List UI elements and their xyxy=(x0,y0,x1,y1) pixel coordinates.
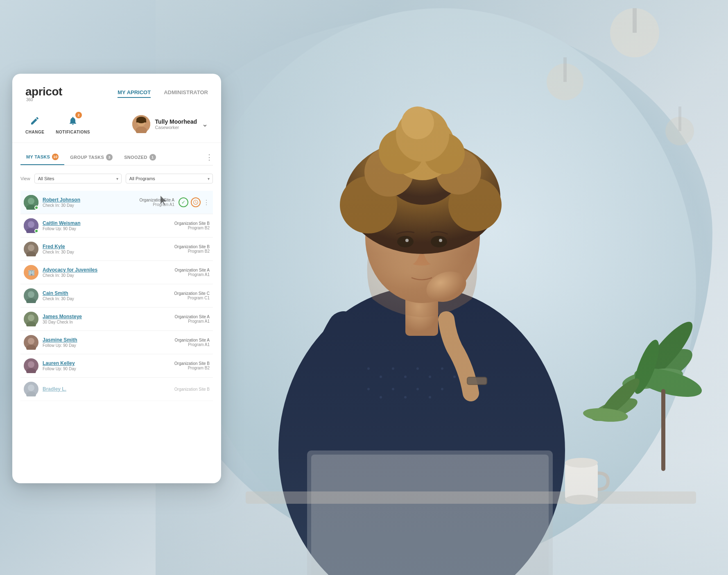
user-name: Tully Moorhead xyxy=(155,118,197,125)
task-client-name[interactable]: Caitlin Weisman xyxy=(43,220,170,226)
svg-point-78 xyxy=(28,315,34,321)
sites-filter[interactable]: All Sites xyxy=(34,174,122,183)
tablet-card: apricot 360 MY APRICOT ADMINISTRATOR CHA… xyxy=(12,74,221,483)
nav-tab-my-apricot[interactable]: MY APRICOT xyxy=(118,89,151,98)
task-client-name[interactable]: Lauren Kelley xyxy=(43,360,170,366)
notification-badge: 2 xyxy=(75,112,82,118)
task-type: Follow Up: 90 Day xyxy=(43,343,170,348)
notifications-action[interactable]: 2 NOTIFICATIONS xyxy=(56,113,90,134)
org-name: Organization Site A xyxy=(174,268,210,272)
avatar xyxy=(24,312,38,326)
app-logo: apricot xyxy=(25,85,62,98)
org-name: Organization Site B xyxy=(174,387,210,392)
row-menu-dots[interactable]: ⋮ xyxy=(203,199,210,206)
filter-row: View All Sites All Programs xyxy=(20,170,213,187)
logo-area: apricot 360 xyxy=(25,85,62,102)
programs-select[interactable]: All Programs xyxy=(126,174,213,183)
task-type: 30 Day Check In xyxy=(43,320,170,324)
table-row: Caitlin Weisman Follow Up: 90 Day Organi… xyxy=(20,214,213,238)
table-row: Lauren Kelley Follow Up: 90 Day Organiza… xyxy=(20,354,213,378)
task-type: Check In: 30 Day xyxy=(43,203,135,208)
program-name: Program C1 xyxy=(174,296,210,300)
program-name: Program A1 xyxy=(174,272,210,277)
task-org: Organization Site A Program A1 xyxy=(174,268,210,277)
user-menu-chevron[interactable]: ⌄ xyxy=(202,120,208,129)
task-info: Fred Kyle Check In: 30 Day xyxy=(43,244,170,254)
task-org: Organization Site B Program B2 xyxy=(174,244,210,254)
task-type: Check In: 30 Day xyxy=(43,297,170,301)
program-name: Program A1 xyxy=(139,202,174,207)
user-info: Tully Moorhead Caseworker xyxy=(155,118,197,130)
table-row: James Monsteye 30 Day Check In Organizat… xyxy=(20,308,213,331)
program-name: Program A1 xyxy=(174,319,210,324)
task-type: Follow Up: 90 Day xyxy=(43,367,170,371)
program-name: Program A1 xyxy=(174,342,210,347)
avatar xyxy=(24,242,38,256)
notifications-label: NOTIFICATIONS xyxy=(56,130,90,134)
avatar: 🏢 xyxy=(24,265,38,280)
snoozed-badge: 1 xyxy=(149,154,156,161)
avatar xyxy=(24,288,38,303)
svg-point-70 xyxy=(28,244,34,251)
program-name: Program B2 xyxy=(174,366,210,370)
avatar xyxy=(24,358,38,373)
org-name: Organization Site C xyxy=(174,291,210,296)
snooze-button[interactable] xyxy=(191,197,201,207)
program-name: Program B2 xyxy=(174,226,210,230)
task-info: Lauren Kelley Follow Up: 90 Day xyxy=(43,360,170,371)
task-org: Organization Site B xyxy=(174,387,210,392)
avatar xyxy=(24,382,38,396)
card-header: apricot 360 MY APRICOT ADMINISTRATOR CHA… xyxy=(12,74,221,143)
task-info: Jasmine Smith Follow Up: 90 Day xyxy=(43,337,170,348)
tab-my-tasks[interactable]: MY TASKS 10 xyxy=(20,149,64,165)
cursor-indicator xyxy=(161,196,168,206)
org-name: Organization Site A xyxy=(139,198,174,202)
task-client-name[interactable]: James Monsteye xyxy=(43,314,170,319)
task-org: Organization Site A Program A1 xyxy=(174,315,210,324)
avatar xyxy=(132,115,150,133)
group-tasks-badge: 3 xyxy=(106,154,113,161)
task-client-name[interactable]: Fred Kyle xyxy=(43,244,170,249)
task-client-name[interactable]: Robert Johnson xyxy=(43,197,135,203)
sites-select[interactable]: All Sites xyxy=(34,174,122,183)
task-info: Robert Johnson Check In: 30 Day xyxy=(43,197,135,208)
svg-point-75 xyxy=(28,291,34,298)
tab-group-tasks[interactable]: GROUP TASKS 3 xyxy=(64,150,118,165)
logo-version: 360 xyxy=(25,97,62,102)
nav-tab-administrator[interactable]: ADMINISTRATOR xyxy=(164,89,208,98)
task-org: Organization Site A Program A1 xyxy=(174,338,210,347)
task-client-name[interactable]: Advocacy for Juveniles xyxy=(43,267,170,273)
program-name: Program B2 xyxy=(174,249,210,254)
task-org: Organization Site C Program C1 xyxy=(174,291,210,300)
pencil-icon xyxy=(30,116,40,126)
avatar xyxy=(24,335,38,350)
svg-point-84 xyxy=(28,361,34,368)
programs-filter[interactable]: All Programs xyxy=(126,174,213,183)
user-profile[interactable]: Tully Moorhead Caseworker ⌄ xyxy=(132,115,208,133)
org-name: Organization Site A xyxy=(174,338,210,342)
task-info: Cain Smith Check In: 30 Day xyxy=(43,290,170,301)
task-actions: ✓ ⋮ xyxy=(179,197,210,207)
task-client-name[interactable]: Jasmine Smith xyxy=(43,337,170,343)
logo-nav: apricot 360 MY APRICOT ADMINISTRATOR xyxy=(25,85,208,102)
table-row: 🏢 Advocacy for Juveniles Check In: 30 Da… xyxy=(20,261,213,284)
table-row: Cain Smith Check In: 30 Day Organization… xyxy=(20,284,213,308)
org-name: Organization Site B xyxy=(174,221,210,226)
task-list: Robert Johnson Check In: 30 Day Organiza… xyxy=(20,191,213,401)
tab-snoozed[interactable]: SNOOZED 1 xyxy=(118,150,162,165)
view-label: View xyxy=(20,176,30,181)
nav-tabs: MY APRICOT ADMINISTRATOR xyxy=(118,89,208,98)
tasks-menu-dots[interactable]: ⋮ xyxy=(206,153,213,162)
org-name: Organization Site A xyxy=(174,315,210,319)
svg-point-87 xyxy=(28,385,34,391)
online-indicator xyxy=(34,229,38,233)
photo-overlay xyxy=(156,0,728,575)
svg-point-81 xyxy=(28,338,34,344)
table-row: Bradley L. Organization Site B xyxy=(20,378,213,401)
task-client-name[interactable]: Bradley L. xyxy=(43,386,170,392)
complete-button[interactable]: ✓ xyxy=(179,197,188,207)
task-info: Advocacy for Juveniles Check In: 30 Day xyxy=(43,267,170,278)
bell-icon-wrapper: 2 xyxy=(66,113,80,128)
task-client-name[interactable]: Cain Smith xyxy=(43,290,170,296)
change-action[interactable]: CHANGE xyxy=(25,113,44,134)
